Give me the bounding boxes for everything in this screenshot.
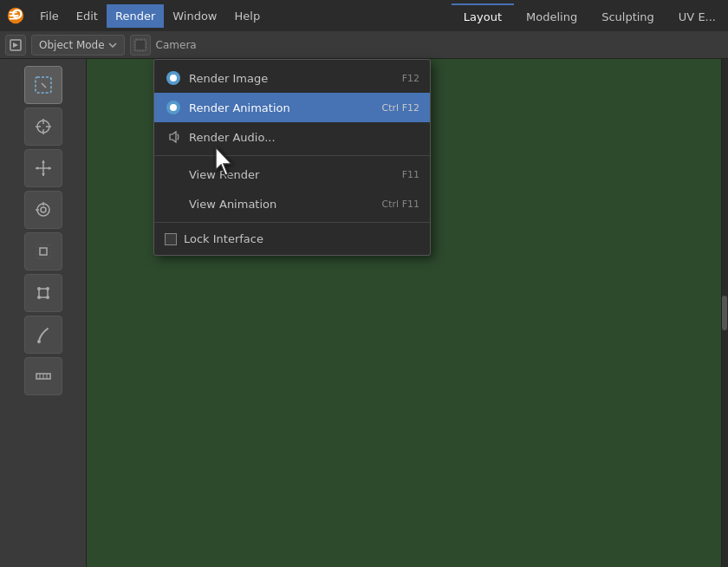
svg-point-17 [41, 207, 46, 212]
render-audio-label: Render Audio... [189, 131, 419, 144]
svg-point-27 [37, 340, 41, 343]
view-render-icon [165, 166, 182, 183]
main-area: Cam (6) Render Image F12 [0, 59, 728, 567]
menu-item-render-animation[interactable]: Render Animation Ctrl F12 [154, 93, 430, 122]
svg-rect-3 [10, 18, 17, 20]
menu-item-render-image[interactable]: Render Image F12 [154, 63, 430, 93]
render-animation-icon [165, 99, 182, 116]
crosshair-tool-button[interactable] [24, 108, 62, 146]
scale-tool-button[interactable] [24, 232, 62, 270]
menu-separator-1 [154, 155, 430, 156]
viewport-shading-icon[interactable] [130, 35, 151, 55]
editor-type-icon[interactable] [5, 35, 26, 55]
menu-item-view-render[interactable]: View Render F11 [154, 160, 430, 189]
view-render-shortcut: F11 [402, 169, 419, 180]
menu-window[interactable]: Window [164, 4, 225, 28]
scrollbar-grip [722, 296, 727, 330]
svg-point-16 [37, 204, 49, 216]
annotate-tool-button[interactable] [24, 316, 62, 354]
measure-tool-button[interactable] [24, 357, 62, 395]
editor-mode-label: Object Mode [39, 39, 105, 51]
svg-point-25 [37, 296, 41, 299]
svg-rect-22 [39, 289, 48, 297]
menu-item-view-animation[interactable]: View Animation Ctrl F11 [154, 189, 430, 218]
lock-interface-checkbox[interactable] [165, 233, 177, 245]
svg-point-26 [46, 296, 49, 299]
tab-uv[interactable]: UV E... [666, 3, 728, 29]
view-render-label: View Render [189, 168, 388, 181]
svg-rect-2 [10, 15, 19, 16]
svg-rect-6 [134, 39, 146, 51]
transform-tool-button[interactable] [24, 274, 62, 312]
blender-logo[interactable] [0, 0, 31, 31]
view-animation-shortcut: Ctrl F11 [382, 199, 419, 210]
editor-mode-dropdown[interactable]: Object Mode [31, 35, 125, 55]
left-toolbar [0, 59, 87, 567]
move-tool-button[interactable] [24, 149, 62, 187]
view-animation-icon [165, 195, 182, 212]
svg-point-24 [46, 287, 49, 290]
svg-rect-21 [36, 244, 50, 258]
object-label: Camera [156, 39, 197, 51]
select-tool-button[interactable] [24, 66, 62, 104]
render-audio-icon [165, 128, 182, 146]
svg-rect-20 [40, 248, 47, 255]
render-dropdown-menu: Render Image F12 Render Animation Ctrl F… [153, 59, 431, 256]
menu-item-lock-interface[interactable]: Lock Interface [154, 226, 430, 251]
menu-file[interactable]: File [31, 4, 68, 28]
render-animation-shortcut: Ctrl F12 [382, 102, 419, 114]
tab-bar: Layout Modeling Sculpting UV E... [452, 0, 728, 31]
view-animation-label: View Animation [189, 198, 368, 211]
viewport-scrollbar[interactable] [721, 59, 728, 567]
render-image-icon [165, 69, 182, 87]
editor-header: Object Mode Camera [0, 31, 728, 59]
menubar: File Edit Render Window Help Layout Mode… [0, 0, 728, 31]
render-image-shortcut: F12 [402, 73, 419, 84]
menu-item-render-audio[interactable]: Render Audio... [154, 122, 430, 152]
menu-help[interactable]: Help [226, 4, 270, 28]
svg-rect-4 [10, 11, 17, 13]
menu-render[interactable]: Render [107, 4, 164, 28]
tab-layout[interactable]: Layout [452, 3, 514, 29]
svg-point-23 [37, 287, 41, 290]
lock-interface-label: Lock Interface [184, 232, 419, 245]
rotate-tool-button[interactable] [24, 191, 62, 229]
menu-separator-2 [154, 222, 430, 223]
menu-edit[interactable]: Edit [68, 4, 107, 28]
tab-modeling[interactable]: Modeling [514, 3, 589, 29]
render-image-label: Render Image [189, 72, 388, 85]
tab-sculpting[interactable]: Sculpting [589, 3, 666, 29]
render-animation-label: Render Animation [189, 101, 368, 114]
